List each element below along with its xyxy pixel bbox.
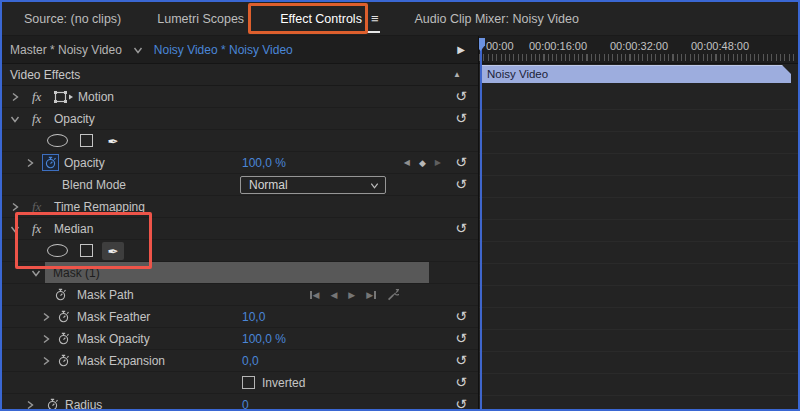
inverted-checkbox[interactable] [242,376,255,389]
stopwatch-toggle-animation-icon[interactable] [54,288,67,301]
property-value[interactable]: 100,0 % [242,332,286,346]
ruler-label: 00:00:48:00 [691,40,749,52]
reset-property-button[interactable]: ↺ [453,352,469,369]
rectangle-mask-tool-icon[interactable] [80,244,93,257]
mask-path-keyframe-controls: ◀ ◀ ▶ ▶ [310,284,399,305]
chevron-right-icon[interactable] [40,311,52,323]
stopwatch-toggle-animation-icon[interactable] [46,398,59,409]
stopwatch-toggle-animation-icon[interactable] [57,354,70,367]
property-row-mask-feather: Mask Feather 10,0 ↺ [2,306,478,328]
chevron-right-icon[interactable] [40,355,52,367]
add-keyframe-icon[interactable]: ◆ [419,158,426,168]
fx-badge[interactable]: fx [32,199,41,215]
clip-bar-noisy-video[interactable]: Noisy Video [481,65,791,83]
property-label: Radius [65,398,102,409]
reset-property-button[interactable]: ↺ [453,308,469,325]
timeline-body[interactable] [479,84,798,409]
ruler-ticks [479,54,794,61]
effect-row-median: fx Median ↺ [2,218,478,240]
chevron-down-icon[interactable] [132,44,144,56]
reset-property-button[interactable]: ↺ [453,396,469,409]
stopwatch-toggle-animation-icon[interactable] [42,154,59,171]
tab-effect-controls[interactable]: Effect Controls ≡ [278,1,380,36]
next-keyframe-icon[interactable]: ▶ [348,290,355,300]
property-row-radius: Radius 0 ↺ [2,394,478,409]
property-value[interactable]: 0 [242,398,249,409]
blend-mode-dropdown[interactable]: Normal [240,176,386,194]
previous-keyframe-icon[interactable]: ◀ [404,158,410,167]
pen-mask-tool-icon[interactable]: ✒ [102,132,124,150]
ellipse-mask-tool-icon[interactable] [47,244,68,257]
mask-1-row: Mask (1) [2,262,478,284]
premiere-effect-controls-window: Source: (no clips) Lumetri Scopes Effect… [0,0,800,411]
ruler-label: 00:00:16:00 [529,40,587,52]
ruler-label: 00:00:32:00 [610,40,668,52]
effect-controls-panel: Master * Noisy Video Noisy Video * Noisy… [2,36,479,409]
video-effects-header: Video Effects ▲ [2,64,478,86]
panel-tab-bar: Source: (no clips) Lumetri Scopes Effect… [2,2,798,36]
rectangle-mask-tool-icon[interactable] [80,134,93,147]
clip-header: Master * Noisy Video Noisy Video * Noisy… [2,36,478,64]
stopwatch-toggle-animation-icon[interactable] [57,332,70,345]
property-value[interactable]: 0,0 [242,354,259,368]
checkbox-label: Inverted [262,376,305,390]
chevron-right-icon[interactable] [9,201,21,213]
master-clip-selector[interactable]: Master * Noisy Video [10,43,122,57]
go-to-previous-keyframe-icon[interactable]: ◀ [310,290,319,300]
collapse-section-icon[interactable]: ▲ [453,70,461,79]
sequence-clip-selector[interactable]: Noisy Video * Noisy Video [154,43,293,57]
playhead-line[interactable] [480,49,482,409]
show-timeline-view-icon[interactable]: ▶ [457,44,465,55]
next-keyframe-icon[interactable]: ▶ [435,158,441,167]
tab-effect-controls-label: Effect Controls [280,12,362,26]
chevron-right-icon[interactable] [24,157,36,169]
property-label: Blend Mode [62,178,126,192]
effect-label: Opacity [54,112,95,126]
chevron-down-icon[interactable] [30,267,42,279]
effect-label: Time Remapping [54,200,145,214]
property-value[interactable]: 10,0 [242,310,265,324]
effect-label: Motion [78,90,114,104]
ellipse-mask-tool-icon[interactable] [47,134,68,147]
reset-property-button[interactable]: ↺ [453,330,469,347]
chevron-right-icon[interactable] [9,91,21,103]
go-to-next-keyframe-icon[interactable]: ▶ [366,290,375,300]
panel-menu-icon[interactable]: ≡ [371,11,379,26]
median-mask-tools-row: ✒ [2,240,478,262]
reset-property-button[interactable]: ↺ [453,154,469,171]
playhead-marker[interactable] [479,38,485,51]
property-row-mask-opacity: Mask Opacity 100,0 % ↺ [2,328,478,350]
fx-badge[interactable]: fx [32,111,41,127]
effect-row-motion: fx Motion ↺ [2,86,478,108]
mask-label: Mask (1) [45,266,100,280]
chevron-down-icon[interactable] [9,223,21,235]
chevron-right-icon[interactable] [24,399,36,409]
chevron-right-icon[interactable] [40,333,52,345]
pen-mask-tool-icon-selected[interactable]: ✒ [102,242,124,260]
mask-1-selected-item[interactable]: Mask (1) [45,262,429,283]
reset-property-button[interactable]: ↺ [453,374,469,391]
reset-property-button[interactable]: ↺ [453,176,469,193]
property-label: Mask Opacity [77,332,150,346]
effect-row-opacity: fx Opacity ↺ [2,108,478,130]
chevron-down-icon[interactable] [9,113,21,125]
chevron-down-icon [369,180,380,191]
fx-badge[interactable]: fx [32,89,41,105]
ruler-label: 00:00 [486,40,514,52]
mask-tracking-settings-wrench-icon[interactable] [387,289,399,301]
video-effects-title: Video Effects [10,68,80,82]
reset-effect-button[interactable]: ↺ [453,88,469,105]
property-label: Opacity [64,156,105,170]
blend-mode-selected-value: Normal [241,178,288,192]
property-value[interactable]: 100,0 % [242,156,286,170]
effect-label: Median [54,222,93,236]
tab-audio-clip-mixer[interactable]: Audio Clip Mixer: Noisy Video [412,2,580,36]
reset-effect-button[interactable]: ↺ [453,110,469,127]
fx-badge[interactable]: fx [32,221,41,237]
time-ruler[interactable]: 00:00 00:00:16:00 00:00:32:00 00:00:48:0… [479,36,798,64]
tab-source[interactable]: Source: (no clips) [22,2,123,36]
stopwatch-toggle-animation-icon[interactable] [57,310,70,323]
reset-effect-button[interactable]: ↺ [453,220,469,237]
previous-keyframe-icon[interactable]: ◀ [330,290,337,300]
tab-lumetri-scopes[interactable]: Lumetri Scopes [155,2,246,36]
